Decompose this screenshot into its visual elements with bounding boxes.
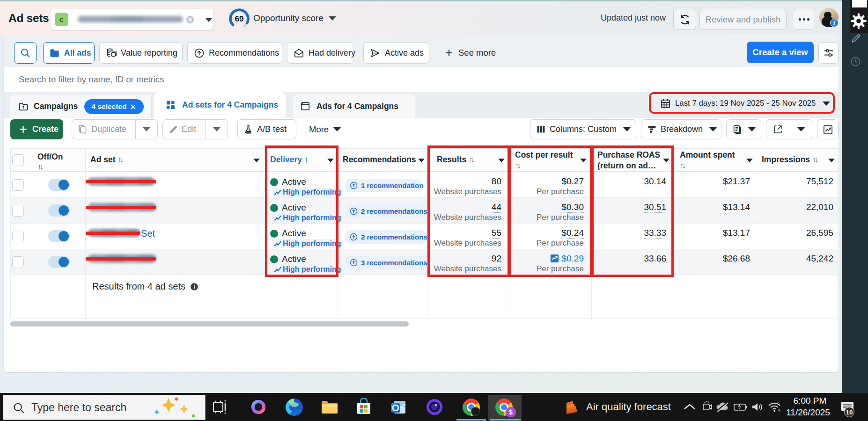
- svg-text:4: 4: [778, 408, 780, 412]
- svg-text:$: $: [509, 408, 513, 416]
